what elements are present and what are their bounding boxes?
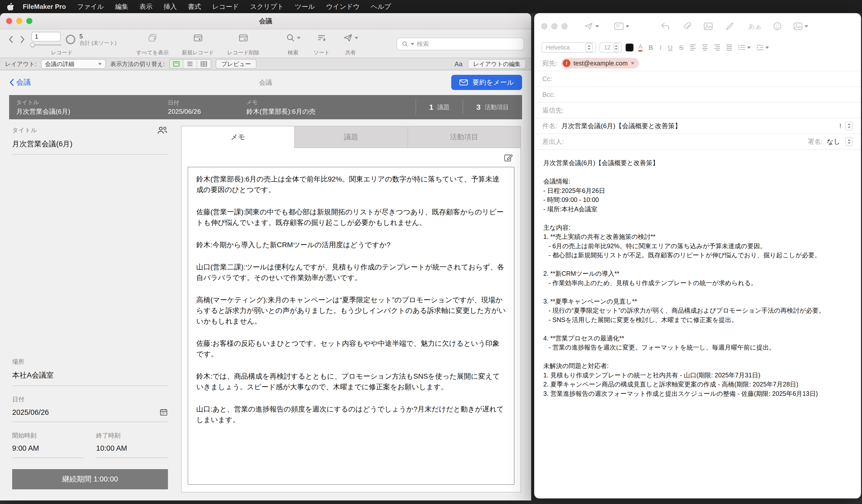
markup-button[interactable]	[726, 22, 734, 30]
header-fields-button[interactable]	[614, 22, 629, 30]
back-link[interactable]: 会議	[9, 77, 100, 88]
delete-record-button[interactable]: レコード削除	[227, 32, 259, 56]
menu-item[interactable]: ツール	[289, 2, 321, 11]
bcc-field[interactable]: Bcc:	[534, 87, 861, 103]
cc-field[interactable]: Cc:	[534, 71, 861, 87]
record-slider[interactable]	[30, 43, 62, 47]
find-button[interactable]: 検索	[286, 32, 300, 56]
date-field-value[interactable]: 2025/06/26	[12, 408, 49, 416]
found-set-pie-icon[interactable]	[66, 35, 75, 44]
email-summary-button[interactable]: 要約をメール	[451, 75, 522, 90]
memo-text-field[interactable]: 鈴木(営業部長):6月の売上は全体で前年比92%。関東エリアの数字が特に落ちてい…	[188, 167, 514, 485]
font-size-select[interactable]: 12	[599, 42, 622, 53]
table-view-button[interactable]	[197, 59, 211, 68]
menu-item[interactable]: 書式	[182, 2, 207, 11]
edit-memo-button[interactable]	[503, 152, 513, 165]
subject-value[interactable]: 月次営業会議(6月)【会議概要と改善策】	[561, 122, 681, 130]
chevron-left-icon	[8, 35, 14, 43]
quick-find[interactable]	[396, 38, 524, 50]
smiley-icon	[773, 22, 782, 30]
tab-agenda[interactable]: 議題	[295, 126, 408, 148]
show-all-button[interactable]: すべてを表示	[136, 32, 169, 56]
from-field[interactable]: 差出人: 署名: なし	[534, 134, 861, 150]
mail-body-editor[interactable]: 月次営業会議(6月)【会議概要と改善策】会議情報:- 日程:2025年6月26日…	[534, 150, 861, 499]
current-record-input[interactable]	[31, 32, 61, 41]
menu-item[interactable]: 挿入	[158, 2, 182, 11]
indent-button[interactable]	[755, 44, 770, 51]
text-color-well[interactable]	[625, 43, 634, 52]
menu-item[interactable]: レコード	[207, 2, 245, 11]
underline-button[interactable]: U	[666, 44, 674, 51]
minimize-button[interactable]	[551, 23, 558, 29]
mail-body-line: - 日程:2025年6月26日	[543, 186, 852, 195]
align-left-button[interactable]	[689, 44, 697, 51]
next-record-button[interactable]	[19, 35, 26, 43]
menu-item[interactable]: FileMaker Pro	[23, 3, 71, 11]
to-field[interactable]: 宛先: ! test@example.com	[534, 56, 861, 71]
photo-browser-button[interactable]	[704, 23, 713, 30]
recipient-pill[interactable]: ! test@example.com	[561, 58, 639, 68]
fullscreen-button[interactable]	[26, 18, 32, 24]
menu-item[interactable]: ヘルプ	[365, 2, 396, 11]
bold-button[interactable]: B	[647, 44, 655, 51]
apple-menu[interactable]	[7, 3, 14, 10]
close-button[interactable]	[541, 23, 547, 29]
format-button[interactable]: あぁ	[748, 22, 761, 31]
mail-body-line: - 都心部は新規開拓リストが不足。既存顧客のリピートが伸び悩んでおり、掘り起こし…	[543, 251, 852, 260]
quick-find-input[interactable]	[417, 40, 519, 48]
chevron-down-icon	[766, 47, 769, 49]
signature-label: 署名:	[808, 137, 823, 146]
menu-item[interactable]: ファイル	[71, 2, 109, 11]
subject-field[interactable]: 件名: 月次営業会議(6月)【会議概要と改善策】 !	[534, 118, 861, 134]
mail-body-line: 未解決の問題と対応者:	[543, 361, 852, 371]
summary-band: タイトル 月次営業会議(6月) 日付 2025/06/26 メモ 鈴木(営業部長…	[9, 95, 522, 119]
layout-popup[interactable]: 会議の詳細	[41, 59, 106, 69]
attach-button[interactable]	[682, 22, 691, 31]
share-button[interactable]: 共有	[343, 32, 358, 56]
location-field-value[interactable]: 本社A会議室	[12, 366, 168, 386]
tab-memo[interactable]: メモ	[181, 126, 295, 148]
end-time-value[interactable]: 10:00 AM	[96, 439, 168, 458]
list-view-button[interactable]	[183, 59, 197, 68]
fullscreen-button[interactable]	[562, 23, 567, 29]
strikethrough-button[interactable]: S	[678, 44, 685, 51]
reply-button[interactable]	[661, 22, 670, 30]
reply-to-label: 返信先:	[542, 106, 564, 115]
filemaker-titlebar[interactable]: 会議	[0, 13, 531, 29]
menu-item[interactable]: 編集	[109, 2, 134, 11]
attendees-icon[interactable]	[157, 126, 168, 134]
font-size-value: 12	[604, 44, 611, 51]
align-center-button[interactable]	[701, 44, 709, 51]
chevron-left-icon	[9, 79, 14, 86]
title-field-value[interactable]: 月次営業会議(6月)	[12, 134, 168, 155]
signature-stepper[interactable]	[845, 137, 853, 146]
menu-item[interactable]: 表示	[134, 2, 158, 11]
font-family-select[interactable]: Helvetica	[541, 42, 596, 53]
italic-button[interactable]: I	[658, 44, 663, 51]
close-button[interactable]	[6, 18, 12, 24]
preview-button[interactable]: プレビュー	[216, 59, 257, 69]
send-button[interactable]	[584, 22, 599, 31]
recipient-alert-icon: !	[563, 59, 570, 67]
form-view-button[interactable]	[170, 59, 183, 68]
menu-item[interactable]: スクリプト	[245, 2, 289, 11]
formatting-bar-button[interactable]: Aa	[455, 60, 462, 68]
list-style-button[interactable]	[737, 44, 752, 51]
align-justify-button[interactable]	[725, 44, 733, 51]
start-time-value[interactable]: 9:00 AM	[12, 439, 84, 458]
sort-button[interactable]: ソート	[314, 32, 330, 56]
emoji-button[interactable]	[773, 22, 782, 30]
new-record-button[interactable]: 新規レコード	[182, 32, 214, 56]
align-right-button[interactable]	[713, 44, 721, 51]
record-slider-knob[interactable]	[30, 42, 35, 47]
menu-item[interactable]: ウインドウ	[321, 2, 365, 11]
insert-photo-button[interactable]	[794, 23, 808, 30]
reply-to-field[interactable]: 返信先:	[534, 103, 861, 118]
calendar-icon[interactable]	[159, 408, 168, 416]
font-color-button[interactable]: A	[638, 43, 642, 52]
priority-stepper[interactable]	[845, 121, 853, 130]
tab-actions[interactable]: 活動項目	[408, 126, 521, 148]
previous-record-button[interactable]	[7, 35, 15, 43]
edit-layout-button[interactable]: レイアウトの編集	[468, 59, 526, 69]
minimize-button[interactable]	[16, 18, 22, 24]
